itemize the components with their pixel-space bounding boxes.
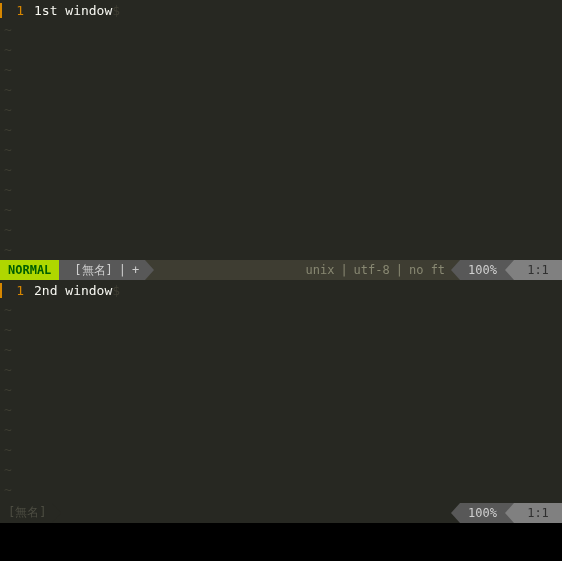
empty-line: ~	[0, 100, 562, 120]
svg-marker-7	[505, 503, 514, 523]
line-number: 1	[0, 283, 30, 298]
svg-marker-2	[145, 260, 154, 280]
svg-rect-1	[59, 260, 68, 280]
empty-line: ~	[0, 160, 562, 180]
separator-icon: |	[119, 263, 126, 277]
empty-line: ~	[0, 360, 562, 380]
empty-line: ~	[0, 480, 562, 500]
empty-line: ~	[0, 140, 562, 160]
modified-flag: +	[132, 263, 139, 277]
empty-line: ~	[0, 120, 562, 140]
file-info: [無名]	[0, 503, 52, 523]
empty-line: ~	[0, 440, 562, 460]
vim-editor: 1 1st window$ ~ ~ ~ ~ ~ ~ ~ ~ ~ ~ ~ ~ NO…	[0, 0, 562, 561]
file-info: [無名] | +	[68, 260, 145, 280]
pane-2[interactable]: 1 2nd window$ ~ ~ ~ ~ ~ ~ ~ ~ ~ ~	[0, 280, 562, 503]
buffer-line[interactable]: 1 2nd window$	[0, 280, 562, 300]
scroll-percent: 100%	[460, 503, 505, 523]
separator-icon: |	[340, 263, 347, 277]
empty-line: ~	[0, 40, 562, 60]
empty-line: ~	[0, 20, 562, 40]
svg-marker-6	[451, 503, 460, 523]
pane-1[interactable]: 1 1st window$ ~ ~ ~ ~ ~ ~ ~ ~ ~ ~ ~ ~	[0, 0, 562, 260]
empty-line: ~	[0, 400, 562, 420]
separator-icon	[145, 260, 154, 280]
filename: [無名]	[74, 262, 112, 279]
separator-icon	[59, 260, 68, 280]
separator-icon	[451, 503, 460, 523]
cursor-position: 1:1	[514, 260, 562, 280]
empty-line: ~	[0, 460, 562, 480]
empty-line: ~	[0, 340, 562, 360]
filename: [無名]	[8, 504, 46, 521]
empty-line: ~	[0, 380, 562, 400]
separator-icon	[505, 503, 514, 523]
statusline-inactive: [無名] 100% 1:1	[0, 503, 562, 523]
empty-line: ~	[0, 180, 562, 200]
separator-icon	[451, 260, 460, 280]
command-line[interactable]	[0, 523, 562, 561]
empty-line: ~	[0, 220, 562, 240]
encoding: utf-8	[354, 263, 390, 277]
svg-marker-4	[505, 260, 514, 280]
mode-indicator: NORMAL	[0, 260, 59, 280]
scroll-percent: 100%	[460, 260, 505, 280]
file-meta: unix | utf-8 | no ft	[299, 260, 451, 280]
buffer-line[interactable]: 1 1st window$	[0, 0, 562, 20]
statusline-active: NORMAL [無名] | + unix | utf-8 | no ft 100…	[0, 260, 562, 280]
empty-line: ~	[0, 60, 562, 80]
fileformat: unix	[305, 263, 334, 277]
line-content[interactable]: 2nd window$	[30, 283, 120, 298]
filetype: no ft	[409, 263, 445, 277]
cursor-position: 1:1	[514, 503, 562, 523]
svg-marker-5	[52, 503, 61, 523]
empty-line: ~	[0, 200, 562, 220]
eol-marker: $	[112, 3, 120, 18]
eol-marker: $	[112, 283, 120, 298]
line-number: 1	[0, 3, 30, 18]
empty-line: ~	[0, 420, 562, 440]
separator-icon	[505, 260, 514, 280]
empty-line: ~	[0, 320, 562, 340]
svg-marker-3	[451, 260, 460, 280]
separator-icon	[52, 503, 61, 523]
empty-line: ~	[0, 240, 562, 260]
empty-line: ~	[0, 300, 562, 320]
line-content[interactable]: 1st window$	[30, 3, 120, 18]
empty-line: ~	[0, 80, 562, 100]
separator-icon: |	[396, 263, 403, 277]
